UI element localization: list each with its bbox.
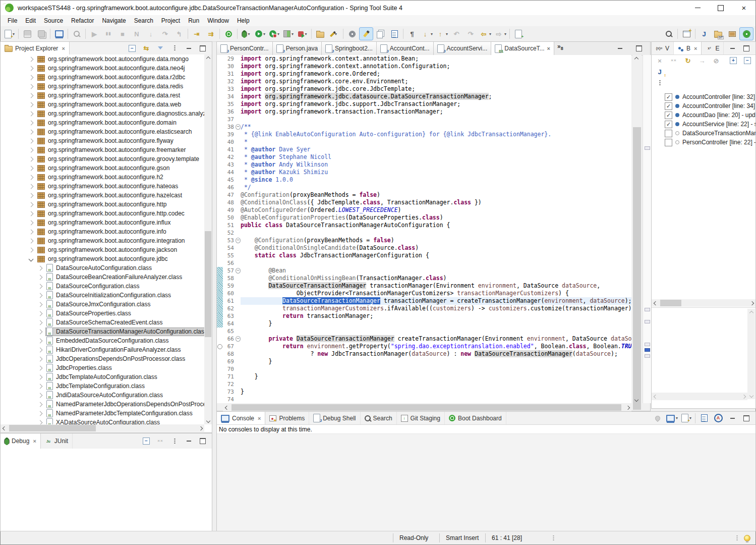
new-quick-note-button[interactable]: + bbox=[511, 27, 526, 40]
search-button[interactable] bbox=[662, 27, 676, 40]
code-line[interactable]: 63 return transactionManager; bbox=[217, 312, 631, 320]
tree-item[interactable]: 01JdbcOperationsDependsOnPostProcessor.c… bbox=[1, 354, 204, 363]
close-window-button[interactable]: × bbox=[732, 1, 755, 15]
menu-project[interactable]: Project bbox=[157, 15, 184, 26]
code-line[interactable]: 72 bbox=[217, 380, 631, 388]
collapse-fold-icon[interactable]: − bbox=[236, 238, 241, 243]
code-line[interactable]: 69 } bbox=[217, 358, 631, 365]
tab-console[interactable]: Console× bbox=[217, 412, 265, 424]
chevron-right-icon[interactable] bbox=[29, 211, 34, 216]
code-line[interactable]: 57− @Bean bbox=[217, 267, 631, 275]
tree-item-body[interactable]: org.springframework.boot.autoconfigure.h… bbox=[36, 209, 187, 218]
chevron-right-icon[interactable] bbox=[38, 402, 43, 407]
maximize-button[interactable] bbox=[196, 435, 210, 447]
tab-debug-shell[interactable]: JDebug Shell bbox=[309, 412, 360, 424]
scroll-right-icon[interactable] bbox=[748, 299, 755, 307]
chevron-right-icon[interactable] bbox=[29, 120, 34, 125]
tree-item[interactable]: org.springframework.boot.autoconfigure.d… bbox=[1, 64, 204, 73]
overview-selection-marker[interactable] bbox=[645, 348, 650, 352]
tree-item-body[interactable]: org.springframework.boot.autoconfigure.h… bbox=[36, 191, 184, 200]
tab-project-explorer[interactable]: Project Explorer × bbox=[1, 42, 70, 54]
tree-item[interactable]: 01JdbcTemplateAutoConfiguration.class bbox=[1, 372, 204, 382]
skip-all-breakpoints-button[interactable]: ⇉ bbox=[204, 27, 218, 40]
ansi-console-button[interactable]: A bbox=[711, 413, 725, 424]
tree-item[interactable]: 01DataSourceInitializationConfiguration.… bbox=[1, 291, 204, 300]
scroll-left-icon[interactable] bbox=[652, 393, 659, 400]
dropdown-arrow-icon[interactable]: ▾ bbox=[292, 32, 294, 36]
chevron-right-icon[interactable] bbox=[38, 275, 43, 280]
breakpoint-item[interactable]: PersonController [line: 22] - bbox=[652, 138, 755, 147]
tree-item[interactable]: org.springframework.boot.autoconfigure.d… bbox=[1, 82, 204, 91]
chevron-right-icon[interactable] bbox=[29, 202, 34, 207]
chevron-down-icon[interactable] bbox=[29, 256, 34, 261]
tab-breakpoints[interactable]: B× bbox=[674, 42, 702, 54]
dropdown-arrow-icon[interactable]: ▾ bbox=[305, 32, 307, 36]
breakpoint-item[interactable]: ✓AccountService [line: 22] - s bbox=[652, 120, 755, 129]
pin-console-button[interactable] bbox=[651, 413, 665, 424]
filter-button[interactable] bbox=[153, 43, 167, 54]
tree-item-body[interactable]: org.springframework.boot.autoconfigure.g… bbox=[36, 164, 171, 173]
tree-item-body[interactable]: 01JndiDataSourceAutoConfiguration.class bbox=[45, 391, 165, 400]
tree-item[interactable]: org.springframework.boot.autoconfigure.e… bbox=[1, 127, 204, 136]
dropdown-arrow-icon[interactable]: ▾ bbox=[248, 32, 250, 36]
code-line[interactable]: 52 bbox=[217, 229, 631, 237]
chevron-right-icon[interactable] bbox=[29, 156, 34, 161]
chevron-right-icon[interactable] bbox=[29, 238, 34, 243]
code-line[interactable]: 51public class DataSourceTransactionMana… bbox=[217, 222, 631, 229]
chevron-right-icon[interactable] bbox=[38, 320, 43, 325]
tree-item-body[interactable]: org.springframework.boot.autoconfigure.d… bbox=[36, 73, 187, 82]
tree-item[interactable]: org.springframework.boot.autoconfigure.g… bbox=[1, 164, 204, 173]
tree-item[interactable]: 01JdbcTemplateConfiguration.class bbox=[1, 382, 204, 391]
menu-edit[interactable]: Edit bbox=[21, 15, 40, 26]
search-dialog-button[interactable] bbox=[70, 27, 84, 40]
code-line[interactable]: 48@ConditionalOnClass({ JdbcTemplate.cla… bbox=[217, 199, 631, 206]
git-perspective-button[interactable]: GIT bbox=[711, 27, 725, 40]
tree-item[interactable]: org.springframework.boot.autoconfigure.f… bbox=[1, 136, 204, 145]
tree-item-body[interactable]: org.springframework.boot.autoconfigure.d… bbox=[36, 110, 204, 118]
java-perspective-button[interactable]: J bbox=[697, 27, 711, 40]
chevron-right-icon[interactable] bbox=[38, 329, 43, 334]
editor-tab-accountservi[interactable]: JAccountServi... bbox=[434, 42, 492, 55]
code-line[interactable]: 45 * @since 1.0.0 bbox=[217, 176, 631, 184]
scroll-right-icon[interactable] bbox=[197, 424, 204, 432]
chevron-right-icon[interactable] bbox=[38, 302, 43, 307]
link-with-editor-button[interactable] bbox=[373, 27, 387, 40]
tree-item[interactable]: 01JdbcProperties.class bbox=[1, 363, 204, 372]
code-line[interactable]: 34import org.springframework.jdbc.dataso… bbox=[217, 93, 631, 100]
editor-vertical-scrollbar[interactable] bbox=[632, 55, 642, 403]
tree-item-body[interactable]: org.springframework.boot.autoconfigure.h… bbox=[36, 173, 165, 182]
tree-item[interactable]: org.springframework.boot.autoconfigure.d… bbox=[1, 91, 204, 100]
code-line[interactable]: 53− @Configuration(proxyBeanMethods = fa… bbox=[217, 237, 631, 244]
tree-item-body[interactable]: 01DataSourceJmxConfiguration.class bbox=[45, 300, 152, 309]
remove-all-button[interactable]: ×× bbox=[667, 54, 681, 67]
menu-run[interactable]: Run bbox=[184, 15, 203, 26]
tree-item-body[interactable]: 01DataSourceProperties.class bbox=[45, 309, 133, 318]
tree-item-body[interactable]: org.springframework.boot.autoconfigure.j… bbox=[36, 255, 169, 263]
chevron-right-icon[interactable] bbox=[29, 220, 34, 225]
chevron-right-icon[interactable] bbox=[38, 347, 43, 352]
tab-boot-dashboard[interactable]: Boot Dashboard bbox=[445, 412, 506, 424]
tree-item-body[interactable]: 01JdbcTemplateAutoConfiguration.class bbox=[45, 373, 159, 382]
tree-item-body[interactable]: 01JdbcProperties.class bbox=[45, 364, 114, 372]
forward-button[interactable]: ⇨▾ bbox=[493, 27, 508, 40]
tree-item[interactable]: org.springframework.boot.autoconfigure.i… bbox=[1, 218, 204, 227]
code-line[interactable]: 31import org.springframework.core.Ordere… bbox=[217, 70, 631, 78]
overview-ruler[interactable] bbox=[643, 55, 651, 403]
checkbox-checked[interactable]: ✓ bbox=[665, 102, 672, 110]
collapse-fold-icon[interactable]: − bbox=[236, 336, 241, 342]
menu-search[interactable]: Search bbox=[130, 15, 157, 26]
scroll-right-icon[interactable] bbox=[740, 393, 747, 400]
tree-item[interactable]: org.springframework.boot.autoconfigure.d… bbox=[1, 100, 204, 109]
scroll-down-icon[interactable] bbox=[204, 417, 212, 424]
chevron-right-icon[interactable] bbox=[29, 247, 34, 252]
tree-item-body[interactable]: org.springframework.boot.autoconfigure.h… bbox=[36, 182, 180, 191]
close-view-icon[interactable]: × bbox=[694, 45, 697, 51]
maximize-window-button[interactable] bbox=[709, 1, 732, 15]
tab-junit[interactable]: JuJUnit bbox=[41, 433, 73, 449]
code-line[interactable]: 67 return environment.getProperty("sprin… bbox=[217, 343, 631, 350]
new-wizard-button[interactable]: +▾ bbox=[3, 27, 17, 40]
code-line[interactable]: 29import org.springframework.context.ann… bbox=[217, 55, 631, 63]
minimize-button[interactable] bbox=[725, 413, 739, 424]
tree-item-body[interactable]: org.springframework.boot.autoconfigure.i… bbox=[36, 228, 168, 236]
code-line[interactable]: 56 bbox=[217, 259, 631, 267]
